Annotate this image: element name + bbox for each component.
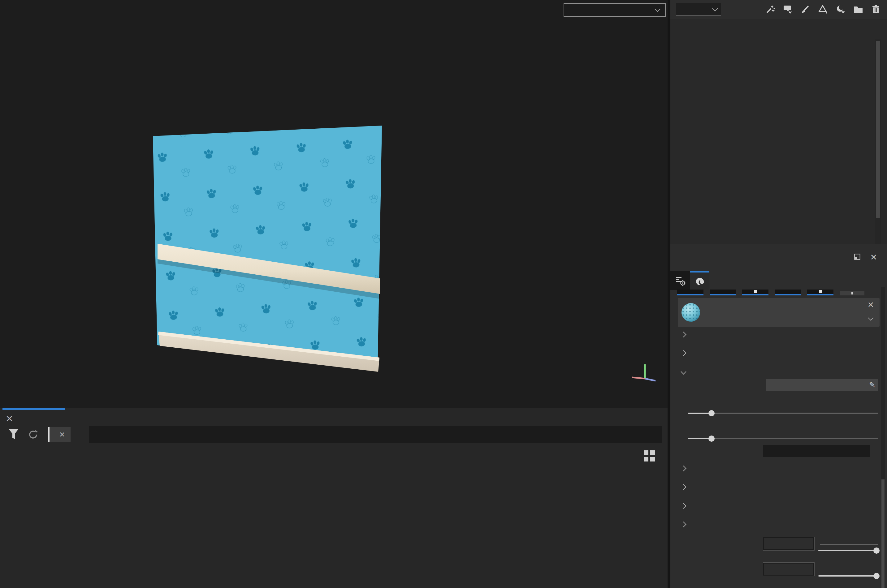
layers-scrollbar-thumb[interactable] — [876, 41, 880, 218]
channel-button[interactable] — [775, 290, 801, 296]
layers-toolbar — [671, 0, 887, 19]
wall-surface[interactable] — [153, 126, 382, 370]
maximize-icon[interactable] — [854, 253, 861, 261]
close-icon[interactable]: ✕ — [6, 413, 13, 424]
magic-wand-icon[interactable] — [764, 4, 776, 15]
add-channel-button[interactable] — [840, 291, 864, 296]
x-amount-slider-handle[interactable] — [708, 410, 715, 416]
properties-scrollbar-thumb[interactable] — [881, 479, 884, 588]
section-rotation[interactable] — [681, 522, 690, 526]
channel-button[interactable] — [710, 290, 736, 296]
shelf-active-tab-indicator — [3, 408, 65, 410]
app-window: ✕ — [0, 0, 887, 588]
outputcolor-alpha-handle[interactable] — [873, 548, 879, 554]
layers-channel-dropdown[interactable] — [676, 3, 721, 16]
assets-shelf: ✕ ✕ — [0, 408, 668, 588]
chevron-right-icon — [681, 465, 686, 471]
fill-layer-icon[interactable] — [817, 4, 828, 15]
tab-material-properties[interactable] — [690, 271, 710, 290]
properties-header: ✕ — [671, 250, 887, 266]
close-icon[interactable]: ✕ — [870, 252, 877, 262]
folder-icon[interactable] — [852, 4, 864, 15]
section-attributes[interactable] — [681, 333, 690, 336]
chevron-down-icon — [712, 6, 718, 11]
close-icon[interactable]: ✕ — [59, 430, 65, 439]
pencil-icon[interactable]: ✎ — [869, 381, 875, 389]
seed-random-button[interactable]: ✎ — [766, 379, 878, 391]
section-size[interactable] — [681, 485, 690, 489]
material-sphere-icon — [694, 276, 705, 287]
chevron-right-icon — [681, 332, 686, 337]
channel-buttons-row — [677, 290, 864, 296]
shelf-filter-tab-project[interactable]: ✕ — [48, 427, 71, 442]
y-amount-slider-handle[interactable] — [708, 435, 715, 442]
smart-material-icon[interactable] — [782, 4, 793, 15]
trash-icon[interactable] — [870, 4, 881, 15]
properties-panel: ✕ — [671, 244, 887, 588]
layers-scrollbar[interactable] — [875, 39, 881, 263]
outputcolor2-field-underline — [820, 570, 878, 570]
x-amount-slider-track[interactable] — [688, 412, 878, 414]
tab-layer-properties[interactable] — [671, 271, 690, 290]
outputcolor-field-underline — [820, 544, 878, 545]
paint-brush-icon[interactable] — [800, 4, 811, 15]
x-amount-field-underline — [820, 408, 878, 408]
panel-divider[interactable] — [668, 0, 671, 588]
x-amount-slider-fill — [688, 412, 711, 414]
channel-button[interactable] — [677, 290, 704, 296]
y-amount-field-underline — [820, 433, 878, 434]
smart-mask-icon[interactable] — [835, 4, 846, 15]
section-parameters[interactable] — [681, 370, 690, 374]
section-pattern[interactable] — [681, 466, 690, 471]
outputcolor-alpha-slider[interactable] — [818, 550, 878, 551]
channel-button[interactable] — [742, 290, 768, 296]
outputcolor2-swatch[interactable] — [763, 562, 814, 576]
filter-icon[interactable] — [8, 429, 19, 441]
chevron-down-icon[interactable] — [868, 315, 873, 321]
layers-and-properties-panel: ✕ — [671, 0, 887, 588]
chevron-right-icon — [681, 522, 686, 527]
outputcolor-swatch[interactable] — [763, 537, 814, 550]
refresh-icon[interactable] — [27, 429, 39, 441]
chevron-down-icon — [681, 369, 686, 374]
channel-button[interactable] — [807, 290, 833, 296]
substance-material-mode-box[interactable]: ✕ — [678, 298, 879, 327]
settings-list-icon — [674, 274, 686, 286]
section-channels-mapping[interactable] — [681, 351, 690, 355]
chevron-right-icon — [681, 350, 686, 356]
viewport-3d[interactable] — [0, 0, 668, 408]
non-square-expansion-button[interactable] — [763, 445, 870, 457]
viewport-channel-dropdown[interactable] — [564, 3, 666, 17]
layer-stack — [671, 19, 887, 244]
outputcolor2-alpha-slider[interactable] — [818, 575, 878, 576]
properties-scrollbar[interactable] — [881, 287, 885, 588]
grid-view-icon[interactable] — [644, 450, 655, 462]
axis-gizmo — [625, 352, 672, 390]
material-sphere-thumbnail — [681, 303, 700, 322]
y-amount-slider-track[interactable] — [688, 438, 878, 439]
chevron-down-icon — [655, 6, 660, 12]
search-input[interactable] — [89, 426, 662, 443]
chevron-right-icon — [681, 484, 686, 490]
wall-mesh[interactable] — [0, 0, 668, 408]
close-icon[interactable]: ✕ — [867, 300, 874, 309]
chevron-right-icon — [681, 503, 686, 508]
y-amount-slider-fill — [688, 438, 711, 439]
outputcolor2-alpha-handle[interactable] — [873, 573, 879, 579]
section-position[interactable] — [681, 504, 690, 508]
